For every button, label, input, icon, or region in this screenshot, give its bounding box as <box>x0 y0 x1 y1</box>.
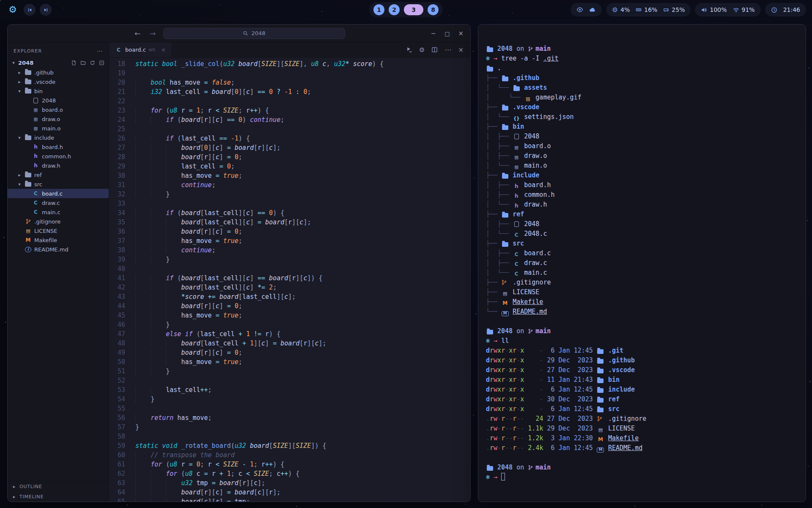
code-line-25[interactable]: 25 <box>109 124 470 134</box>
code-line-43[interactable]: 43 *score += board[last_cell][c]; <box>109 292 470 301</box>
code-line-35[interactable]: 35 board[last_cell][c] = board[r][c]; <box>109 218 470 227</box>
workspace-button-8[interactable]: 8 <box>428 4 439 15</box>
code-line-49[interactable]: 49 board[r][c] = 0; <box>109 348 470 357</box>
cloud-icon[interactable] <box>589 6 596 13</box>
code-line-38[interactable]: 38 continue; <box>109 246 470 255</box>
code-line-22[interactable]: 22 <box>109 97 470 106</box>
eye-icon[interactable] <box>576 6 583 13</box>
tab-close-icon[interactable]: × <box>161 47 166 53</box>
close-button[interactable]: × <box>458 30 464 37</box>
code-line-62[interactable]: 62 for (u8 c = r + 1; c < SIZE; c++) { <box>109 469 470 478</box>
code-line-57[interactable]: 57} <box>109 422 470 432</box>
code-line-53[interactable]: 53 last_cell++; <box>109 385 470 395</box>
run-file-button[interactable] <box>406 47 412 53</box>
code-line-21[interactable]: 21 i32 last_cell = board[0][c] == 0 ? -1… <box>109 87 470 97</box>
explorer-item-ref[interactable]: ▸ref <box>8 170 109 179</box>
explorer-item-LICENSE[interactable]: ▤LICENSE <box>8 226 109 235</box>
code-line-37[interactable]: 37 has_move = true; <box>109 236 470 246</box>
command-center-search[interactable]: 2048 <box>163 28 345 39</box>
code-line-44[interactable]: 44 board[r][c] = 0; <box>109 301 470 311</box>
code-line-42[interactable]: 42 board[last_cell][c] *= 2; <box>109 283 470 292</box>
code-line-28[interactable]: 28 board[r][c] = 0; <box>109 152 470 162</box>
code-line-18[interactable]: 18static bool _slide_col(u32 board[SIZE]… <box>109 59 470 69</box>
workspace-button-3[interactable]: 3 <box>404 4 423 15</box>
workspace-button-1[interactable]: 1 <box>373 4 384 15</box>
code-line-32[interactable]: 32 } <box>109 190 470 199</box>
media-previous-button[interactable] <box>24 4 36 16</box>
settings-gear-icon[interactable]: ⚙ <box>419 46 425 54</box>
code-line-23[interactable]: 23 for (u8 r = 1; r < SIZE; r++) { <box>109 106 470 115</box>
code-line-56[interactable]: 56 return has_move; <box>109 413 470 422</box>
code-line-46[interactable]: 46 } <box>109 320 470 329</box>
collapse-all-icon[interactable] <box>99 60 104 66</box>
explorer-item-draw.c[interactable]: Cdraw.c <box>8 198 109 207</box>
explorer-more-actions-icon[interactable]: ⋯ <box>97 47 103 54</box>
clock-pill[interactable]: 21:46 <box>765 3 806 17</box>
wifi-icon[interactable] <box>733 7 739 13</box>
explorer-item-board.c[interactable]: Cboard.c <box>8 189 109 198</box>
code-line-64[interactable]: 64 board[r][c] = board[c][r]; <box>109 488 470 497</box>
close-editor-icon[interactable]: × <box>458 46 464 54</box>
explorer-item-common.h[interactable]: hcommon.h <box>8 152 109 161</box>
code-line-33[interactable]: 33 <box>109 199 470 208</box>
explorer-item-draw.h[interactable]: hdraw.h <box>8 161 109 170</box>
code-line-39[interactable]: 39 } <box>109 255 470 264</box>
code-line-19[interactable]: 19 <box>109 69 470 78</box>
explorer-item-.github[interactable]: ▸.github <box>8 68 109 77</box>
code-line-50[interactable]: 50 has_move = true; <box>109 357 470 367</box>
launcher-gear-icon[interactable]: ⚙ <box>6 3 19 17</box>
wifi-stat[interactable]: 91% <box>733 6 755 13</box>
code-line-48[interactable]: 48 board[last_cell + 1][c] = board[r][c]… <box>109 339 470 348</box>
code-line-60[interactable]: 60 // transpose the board <box>109 450 470 460</box>
code-line-36[interactable]: 36 board[r][c] = 0; <box>109 227 470 236</box>
code-line-29[interactable]: 29 last_cell = 0; <box>109 162 470 171</box>
code-line-47[interactable]: 47 else if (last_cell + 1 != r) { <box>109 329 470 339</box>
explorer-item-src[interactable]: ▾src <box>8 179 109 189</box>
media-next-button[interactable] <box>40 4 52 16</box>
timeline-panel-header[interactable]: ▸TIMELINE <box>8 491 109 502</box>
volume-network-pill[interactable]: 100% 91% <box>695 3 760 17</box>
explorer-root-folder[interactable]: ▾ 2048 <box>8 58 109 68</box>
explorer-item-2048[interactable]: 2048 <box>8 96 109 105</box>
editor-titlebar[interactable]: ← → 2048 − □ × <box>8 25 470 42</box>
code-line-30[interactable]: 30 has_move = true; <box>109 171 470 180</box>
workspace-button-2[interactable]: 2 <box>389 4 400 15</box>
terminal-cursor[interactable] <box>501 473 505 480</box>
explorer-item-Makefile[interactable]: MMakefile <box>8 235 109 245</box>
split-editor-icon[interactable] <box>431 47 438 53</box>
volume-stat[interactable]: 100% <box>701 6 727 13</box>
new-file-icon[interactable] <box>71 60 77 66</box>
code-line-27[interactable]: 27 board[0][c] = board[r][c]; <box>109 143 470 152</box>
code-line-34[interactable]: 34 if (board[last_cell][c] == 0) { <box>109 208 470 218</box>
refresh-icon[interactable] <box>90 60 95 66</box>
explorer-item-bin[interactable]: ▾bin <box>8 86 109 96</box>
minimize-button[interactable]: − <box>431 30 436 37</box>
terminal-window[interactable]: 2048 on main❄ → tree -a -I .git .├── .gi… <box>478 24 806 502</box>
explorer-item-README.md[interactable]: iREADME.md <box>8 245 109 254</box>
explorer-item-draw.o[interactable]: ▦draw.o <box>8 114 109 124</box>
code-line-51[interactable]: 51 } <box>109 367 470 376</box>
volume-icon[interactable] <box>701 7 707 13</box>
explorer-item-include[interactable]: ▾include <box>8 133 109 142</box>
explorer-item-main.o[interactable]: ▦main.o <box>8 124 109 133</box>
maximize-button[interactable]: □ <box>444 30 450 37</box>
explorer-item-board.h[interactable]: hboard.h <box>8 142 109 152</box>
outline-panel-header[interactable]: ▸OUTLINE <box>8 481 109 491</box>
tab-board-c[interactable]: C board.c src × <box>109 42 172 57</box>
explorer-item-board.o[interactable]: ▦board.o <box>8 105 109 114</box>
code-area[interactable]: 18static bool _slide_col(u32 board[SIZE]… <box>109 58 470 502</box>
back-button[interactable]: ← <box>133 29 142 38</box>
code-line-45[interactable]: 45 has_move = true; <box>109 311 470 320</box>
code-line-65[interactable]: 65 board[c][r] = tmp; <box>109 497 470 502</box>
code-line-26[interactable]: 26 if (last_cell == -1) { <box>109 134 470 143</box>
explorer-item-.gitignore[interactable]: .gitignore <box>8 217 109 226</box>
code-line-54[interactable]: 54 } <box>109 395 470 404</box>
code-line-31[interactable]: 31 continue; <box>109 180 470 190</box>
code-line-20[interactable]: 20 bool has_move = false; <box>109 78 470 87</box>
code-line-61[interactable]: 61 for (u8 r = 0; r < SIZE - 1; r++) { <box>109 460 470 469</box>
forward-button[interactable]: → <box>148 29 157 38</box>
code-line-24[interactable]: 24 if (board[r][c] == 0) continue; <box>109 115 470 124</box>
code-line-40[interactable]: 40 <box>109 264 470 273</box>
code-line-58[interactable]: 58 <box>109 432 470 441</box>
code-line-63[interactable]: 63 u32 tmp = board[r][c]; <box>109 478 470 488</box>
